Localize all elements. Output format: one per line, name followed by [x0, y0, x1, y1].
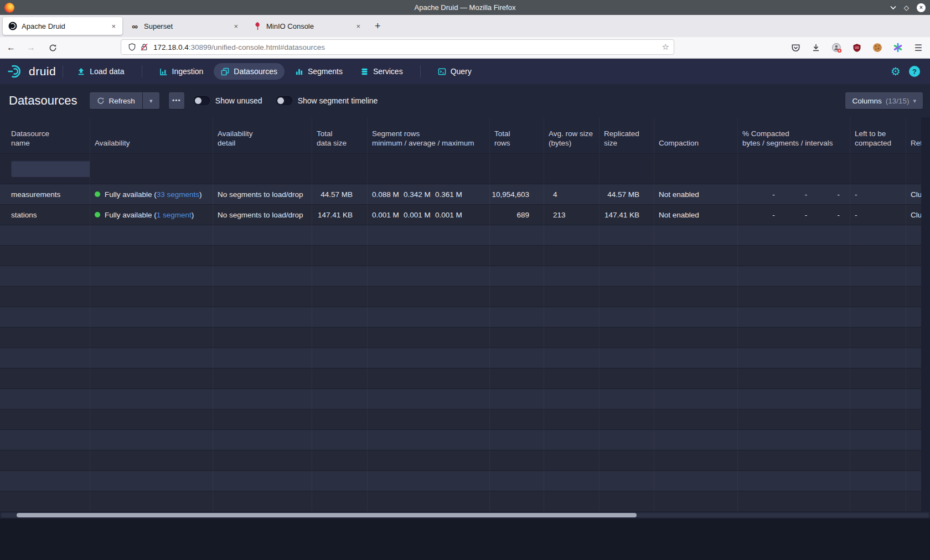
column-header-left-to-be-compacted[interactable]: Left to becompacted	[850, 117, 906, 153]
pocket-icon[interactable]	[789, 42, 802, 54]
empty-cell	[0, 266, 90, 286]
empty-cell	[906, 225, 921, 245]
nav-item-ingestion[interactable]: Ingestion	[152, 63, 211, 80]
column-header-rete[interactable]: Rete	[906, 117, 921, 153]
datasource-name-filter-input[interactable]	[11, 160, 90, 177]
column-header-availability-detail[interactable]: Availabilitydetail	[213, 117, 312, 153]
column-header-line2: name	[11, 138, 85, 148]
column-header-replicated-size[interactable]: Replicatedsize	[600, 117, 654, 153]
empty-table-row	[0, 287, 921, 307]
forward-button[interactable]: →	[27, 43, 35, 53]
reload-button[interactable]	[46, 42, 59, 54]
columns-button[interactable]: Columns (13/15) ▾	[845, 92, 923, 109]
browser-tab-minio-console[interactable]: MinIO Console×	[247, 17, 367, 35]
percent-compacted-value: -	[775, 211, 808, 219]
empty-cell	[0, 369, 90, 388]
tab-close-icon[interactable]: ×	[110, 22, 117, 30]
cell-total-rows: 689	[490, 205, 544, 225]
asterisk-icon[interactable]	[892, 42, 904, 54]
browser-tab-superset[interactable]: ∞Superset×	[125, 17, 245, 35]
tab-label: Apache Druid	[22, 22, 110, 30]
refresh-button[interactable]: Refresh	[90, 92, 142, 109]
empty-cell	[600, 307, 654, 327]
menu-icon[interactable]: ☰	[912, 42, 924, 54]
nav-item-segments[interactable]: Segments	[288, 63, 350, 80]
empty-cell	[368, 450, 490, 470]
column-header-segment-rows-minimum-average-maximum[interactable]: Segment rowsminimum / average / maximum	[368, 117, 490, 153]
tab-close-icon[interactable]: ×	[354, 22, 362, 30]
back-button[interactable]: ←	[7, 43, 16, 53]
cookie-icon[interactable]	[871, 42, 884, 54]
empty-cell	[312, 348, 368, 368]
empty-cell	[850, 471, 906, 491]
empty-cell	[544, 266, 600, 286]
cell-availability-detail: No segments to load/drop	[213, 184, 312, 204]
browser-tab-apache-druid[interactable]: Apache Druid×	[3, 17, 122, 35]
segments-count-link[interactable]: 1 segment	[157, 211, 192, 219]
url-text[interactable]: 172.18.0.4:30899/unified-console.html#da…	[153, 43, 325, 51]
empty-cell	[490, 471, 544, 491]
window-minimize-icon[interactable]	[890, 6, 896, 10]
empty-cell	[850, 348, 906, 368]
settings-gear-icon[interactable]: ⚙	[891, 65, 901, 78]
tab-close-icon[interactable]: ×	[232, 22, 240, 30]
segments-count-link[interactable]: 33 segments	[157, 190, 199, 199]
toggle-switch-show-unused[interactable]	[194, 96, 210, 105]
column-header-line1: Rete	[911, 138, 921, 148]
empty-cell	[0, 471, 90, 491]
cell-datasource-name: stations	[0, 205, 90, 225]
nav-separator	[142, 65, 142, 77]
toggle-label: Show unused	[215, 96, 262, 105]
empty-cell	[312, 307, 368, 327]
new-tab-button[interactable]: +	[375, 20, 381, 32]
toggle-switch-show-segment-timeline[interactable]	[276, 96, 292, 105]
window-maximize-icon[interactable]: ◇	[904, 4, 909, 11]
ublock-icon[interactable]: UO	[851, 42, 863, 54]
column-header-line1: Avg. row size	[549, 129, 595, 138]
services-icon	[360, 68, 369, 76]
nav-item-label: Datasources	[234, 67, 277, 76]
shield-icon[interactable]	[126, 41, 138, 53]
cell-avg-row-size: 4	[544, 184, 600, 204]
bookmark-star-icon[interactable]: ☆	[662, 42, 669, 52]
column-header-total-rows[interactable]: Totalrows	[490, 117, 544, 153]
table-row-stations: stationsFully available (1 segment)No se…	[0, 205, 921, 225]
empty-cell	[312, 246, 368, 266]
empty-cell	[600, 430, 654, 450]
lock-insecure-icon[interactable]	[138, 41, 150, 53]
nav-item-datasources[interactable]: Datasources	[214, 63, 285, 80]
empty-cell	[368, 369, 490, 388]
nav-item-services[interactable]: Services	[353, 63, 410, 80]
refresh-dropdown-button[interactable]: ▾	[143, 92, 159, 109]
help-icon[interactable]: ?	[909, 66, 920, 77]
scrollbar-thumb[interactable]	[17, 513, 637, 517]
empty-cell	[738, 348, 850, 368]
column-header-total-data-size[interactable]: Totaldata size	[312, 117, 368, 153]
nav-item-query[interactable]: Query	[431, 63, 479, 80]
empty-cell	[490, 369, 544, 388]
percent-compacted-value: -	[742, 190, 775, 199]
filter-cell	[312, 154, 368, 184]
empty-cell	[368, 348, 490, 368]
nav-item-load-data[interactable]: Load data	[70, 63, 131, 80]
window-close-icon[interactable]: ×	[917, 3, 926, 12]
empty-cell	[0, 287, 90, 307]
download-icon[interactable]	[810, 42, 822, 54]
column-header-compacted-bytes-segments-intervals[interactable]: % Compactedbytes / segments / intervals	[738, 117, 850, 153]
percent-compacted-value: -	[775, 190, 808, 199]
empty-cell	[850, 430, 906, 450]
empty-cell	[738, 491, 850, 511]
column-header-avg-row-size-bytes[interactable]: Avg. row size(bytes)	[544, 117, 600, 153]
empty-cell	[654, 430, 738, 450]
empty-cell	[738, 409, 850, 429]
more-options-button[interactable]: •••	[169, 92, 184, 109]
column-header-compaction[interactable]: Compaction	[654, 117, 738, 153]
empty-cell	[654, 471, 738, 491]
url-bar[interactable]: 172.18.0.4:30899/unified-console.html#da…	[121, 39, 674, 55]
tab-strip: Apache Druid×∞Superset×MinIO Console×	[0, 17, 367, 35]
extension-icon[interactable]	[830, 42, 843, 54]
cell-total-rows: 10,954,603	[490, 184, 544, 204]
empty-table-row	[0, 471, 921, 491]
column-header-datasource-name[interactable]: Datasourcename	[0, 117, 90, 153]
column-header-availability[interactable]: Availability	[90, 117, 213, 153]
